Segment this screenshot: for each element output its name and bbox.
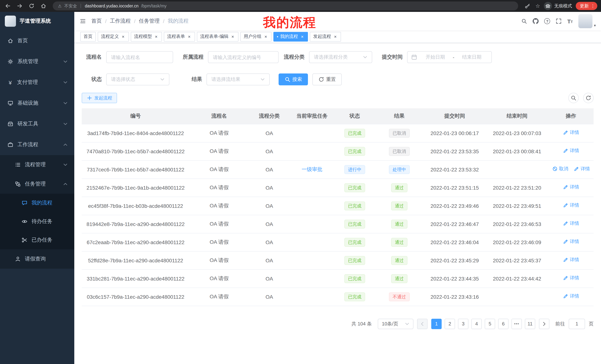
tab[interactable]: 流程表单-编辑 × — [197, 32, 239, 41]
top-navbar: 首页 / 工作流程 / 任务管理 / 我的流程 我的流程 ? TT ▾ — [74, 12, 601, 30]
cell-id: ec45f38f-7b9a-11ec-b03b-acde48001122 — [82, 197, 190, 215]
current-task-link[interactable]: 一级审批 — [302, 166, 322, 172]
sidebar-item-done-tasks[interactable]: 已办任务 — [0, 231, 74, 249]
status-select[interactable]: 请选择状态 — [106, 74, 169, 85]
sidebar-item-infrastructure[interactable]: 基础设施 — [0, 93, 74, 114]
tab[interactable]: 发起流程 × — [310, 32, 341, 41]
close-icon[interactable]: × — [263, 34, 268, 39]
close-icon[interactable]: × — [230, 34, 235, 39]
tab[interactable]: ● 我的流程 × — [273, 32, 308, 41]
detail-action[interactable]: 详情 — [563, 130, 579, 136]
active-dot-icon: ● — [277, 35, 278, 38]
breadcrumb-item[interactable]: 任务管理 — [139, 18, 160, 25]
detail-action[interactable]: 详情 — [563, 275, 579, 281]
next-page-button[interactable] — [539, 318, 549, 329]
cancel-icon — [552, 166, 558, 172]
hamburger-button[interactable] — [74, 18, 91, 24]
sidebar-item-todo-tasks[interactable]: 待办任务 — [0, 212, 74, 231]
range-separator: - — [451, 54, 456, 60]
font-size-icon[interactable]: TT — [567, 18, 573, 24]
browser-update-button[interactable]: 更新 ⋮ — [576, 2, 597, 10]
cell-result: 已取消 — [375, 142, 423, 160]
sidebar-item-workflow[interactable]: 工作流程 — [0, 134, 74, 155]
cell-id: 819442e8-7b9a-11ec-a290-acde48001122 — [82, 215, 190, 233]
bookmark-star-icon[interactable]: ☆ — [535, 3, 540, 9]
category-select[interactable]: 请选择流程分类 — [309, 51, 372, 63]
toggle-search-button[interactable] — [568, 93, 579, 103]
search-icon[interactable] — [521, 18, 527, 24]
sidebar-item-leave-query[interactable]: 请假查询 — [0, 249, 74, 269]
page-button[interactable]: 4 — [471, 318, 482, 329]
page-button[interactable]: 6 — [498, 318, 509, 329]
password-key-icon[interactable] — [523, 2, 532, 10]
submit-time-range-picker[interactable]: 开始日期 - 结束日期 — [407, 51, 492, 63]
url-host: dashboard.yudao.iocoder.cn — [85, 4, 139, 8]
cell-submit-time: 2022-01-23 00:06:17 — [423, 124, 486, 142]
tab-label: 流程表单 — [167, 33, 185, 40]
sidebar-item-process-mgmt[interactable]: 流程管理 — [0, 155, 74, 174]
sidebar-item-dev-tools[interactable]: 研发工具 — [0, 114, 74, 134]
page-button[interactable]: 2 — [445, 318, 455, 329]
breadcrumb-item[interactable]: 工作流程 — [110, 18, 131, 25]
detail-action[interactable]: 详情 — [563, 148, 579, 154]
close-icon[interactable]: × — [333, 34, 338, 39]
reset-button[interactable]: 重置 — [312, 74, 342, 85]
process-definition-input[interactable] — [208, 51, 279, 63]
cell-end-time — [486, 160, 548, 179]
close-icon[interactable]: × — [121, 34, 126, 39]
sidebar-item-task-mgmt[interactable]: 任务管理 — [0, 174, 74, 194]
page-button[interactable]: 5 — [485, 318, 495, 329]
start-process-button[interactable]: 发起流程 — [82, 93, 117, 103]
edit-icon — [563, 184, 569, 190]
app-title: 芋道管理系统 — [20, 18, 51, 25]
cell-current-task — [290, 197, 334, 215]
detail-action[interactable]: 详情 — [573, 166, 590, 172]
fullscreen-icon[interactable] — [556, 18, 562, 24]
sidebar-item-payment-mgmt[interactable]: ¥ 支付管理 — [0, 72, 74, 93]
tab[interactable]: 流程定义 × — [98, 32, 129, 41]
cell-category: OA — [249, 179, 290, 197]
page-button[interactable]: 3 — [458, 318, 468, 329]
page-size-select[interactable]: 10条/页 — [378, 318, 413, 329]
result-select[interactable]: 请选择流结果 — [207, 74, 270, 85]
edit-icon — [573, 166, 580, 172]
close-icon[interactable]: × — [300, 34, 305, 39]
user-menu[interactable]: ▾ — [578, 14, 596, 28]
process-name-input[interactable] — [106, 51, 173, 63]
search-button[interactable]: 搜索 — [279, 74, 308, 85]
detail-action[interactable]: 详情 — [563, 220, 579, 227]
tab[interactable]: 流程模型 × — [131, 32, 162, 41]
page-button[interactable]: ••• — [511, 318, 522, 329]
sidebar-item-home[interactable]: 首页 — [0, 30, 74, 51]
cell-current-task — [290, 215, 334, 233]
refresh-table-button[interactable] — [583, 93, 594, 103]
close-icon[interactable]: × — [187, 34, 192, 39]
sidebar-item-my-process[interactable]: 我的流程 — [0, 194, 74, 212]
address-bar[interactable]: ⚠ 不安全 dashboard.yudao.iocoder.cn/bpm/tas… — [53, 1, 518, 10]
browser-back-button[interactable] — [4, 2, 12, 10]
github-icon[interactable] — [533, 18, 539, 24]
page-button[interactable]: 11 — [525, 318, 535, 329]
browser-home-button[interactable] — [39, 2, 48, 10]
detail-action[interactable]: 详情 — [563, 184, 579, 190]
detail-action[interactable]: 详情 — [563, 239, 579, 245]
kebab-menu-icon[interactable]: ⋮ — [591, 4, 595, 8]
goto-page-input[interactable] — [569, 318, 585, 329]
prev-page-button[interactable] — [417, 318, 428, 329]
cell-process-name: OA 请假 — [190, 197, 249, 215]
cancel-action[interactable]: 取消 — [552, 166, 568, 172]
detail-action[interactable]: 详情 — [563, 293, 579, 299]
filter-label-status: 状态 — [82, 76, 102, 83]
close-icon[interactable]: × — [154, 34, 159, 39]
browser-forward-button[interactable] — [16, 2, 24, 10]
detail-action[interactable]: 详情 — [563, 257, 579, 263]
page-button[interactable]: 1 — [431, 318, 442, 329]
sidebar-item-system-mgmt[interactable]: 系统管理 — [0, 51, 74, 72]
browser-reload-button[interactable] — [28, 2, 36, 10]
breadcrumb-item[interactable]: 首页 — [91, 18, 102, 25]
help-icon[interactable]: ? — [544, 18, 550, 24]
tab[interactable]: 流程表单 × — [164, 32, 195, 41]
detail-action[interactable]: 详情 — [563, 202, 579, 209]
tab[interactable]: 首页 — [80, 32, 96, 41]
tab[interactable]: 用户分组 × — [240, 32, 271, 41]
